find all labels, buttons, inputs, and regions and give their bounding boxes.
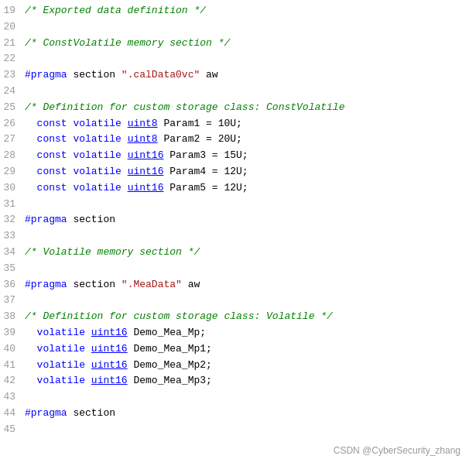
- line-number: 37: [0, 293, 25, 309]
- watermark: CSDN @CyberSecurity_zhang: [334, 444, 461, 458]
- line-number: 20: [0, 19, 25, 36]
- line-content: /* Definition for custom storage class: …: [25, 309, 470, 325]
- line-content: #pragma section ".calData0vc" aw: [25, 67, 470, 84]
- line-number: 45: [0, 422, 25, 438]
- line-content: #pragma section: [25, 406, 470, 422]
- code-line: 27 const volatile uint8 Param2 = 20U;: [0, 132, 476, 148]
- line-number: 35: [0, 261, 25, 277]
- code-line: 37: [0, 293, 476, 309]
- line-number: 38: [0, 309, 25, 325]
- line-number: 28: [0, 148, 25, 164]
- line-content: volatile uint16 Demo_Mea_Mp3;: [25, 373, 470, 389]
- code-line: 20: [0, 19, 476, 36]
- line-content: volatile uint16 Demo_Mea_Mp;: [25, 325, 470, 341]
- code-line: 44#pragma section: [0, 406, 476, 422]
- code-line: 39 volatile uint16 Demo_Mea_Mp;: [0, 325, 476, 341]
- line-content: const volatile uint8 Param2 = 20U;: [25, 132, 470, 148]
- line-number: 32: [0, 212, 25, 228]
- code-line: 28 const volatile uint16 Param3 = 15U;: [0, 148, 476, 164]
- line-number: 30: [0, 180, 25, 197]
- code-editor: 19/* Exported data definition */2021/* C…: [0, 0, 476, 466]
- code-line: 23#pragma section ".calData0vc" aw: [0, 67, 476, 84]
- code-line: 33: [0, 228, 476, 245]
- line-number: 21: [0, 36, 25, 52]
- line-number: 40: [0, 341, 25, 358]
- code-line: 22: [0, 51, 476, 67]
- code-line: 38/* Definition for custom storage class…: [0, 309, 476, 325]
- line-content: #pragma section: [25, 212, 470, 228]
- code-line: 45: [0, 422, 476, 438]
- code-line: 26 const volatile uint8 Param1 = 10U;: [0, 116, 476, 132]
- line-number: 26: [0, 116, 25, 132]
- code-line: 21/* ConstVolatile memory section */: [0, 36, 476, 52]
- line-content: /* Definition for custom storage class: …: [25, 100, 470, 116]
- line-number: 23: [0, 67, 25, 84]
- code-line: 25/* Definition for custom storage class…: [0, 100, 476, 116]
- line-number: 29: [0, 164, 25, 180]
- line-content: const volatile uint16 Param5 = 12U;: [25, 180, 470, 197]
- line-content: /* Volatile memory section */: [25, 245, 470, 261]
- code-line: 29 const volatile uint16 Param4 = 12U;: [0, 164, 476, 180]
- line-number: 42: [0, 373, 25, 389]
- code-line: 35: [0, 261, 476, 277]
- line-number: 24: [0, 84, 25, 100]
- code-line: 41 volatile uint16 Demo_Mea_Mp2;: [0, 358, 476, 374]
- line-number: 41: [0, 358, 25, 374]
- code-line: 19/* Exported data definition */: [0, 3, 476, 19]
- line-number: 33: [0, 228, 25, 245]
- line-content: #pragma section ".MeaData" aw: [25, 277, 470, 293]
- code-line: 42 volatile uint16 Demo_Mea_Mp3;: [0, 373, 476, 389]
- line-number: 25: [0, 100, 25, 116]
- line-content: volatile uint16 Demo_Mea_Mp2;: [25, 358, 470, 374]
- line-number: 22: [0, 51, 25, 67]
- line-content: const volatile uint8 Param1 = 10U;: [25, 116, 470, 132]
- code-line: 40 volatile uint16 Demo_Mea_Mp1;: [0, 341, 476, 358]
- line-content: const volatile uint16 Param4 = 12U;: [25, 164, 470, 180]
- line-number: 27: [0, 132, 25, 148]
- line-number: 34: [0, 245, 25, 261]
- code-line: 32#pragma section: [0, 212, 476, 228]
- code-line: 30 const volatile uint16 Param5 = 12U;: [0, 180, 476, 197]
- line-content: volatile uint16 Demo_Mea_Mp1;: [25, 341, 470, 358]
- line-content: /* ConstVolatile memory section */: [25, 36, 470, 52]
- code-line: 31: [0, 197, 476, 213]
- line-number: 39: [0, 325, 25, 341]
- line-number: 43: [0, 389, 25, 406]
- code-line: 36#pragma section ".MeaData" aw: [0, 277, 476, 293]
- code-line: 34/* Volatile memory section */: [0, 245, 476, 261]
- line-number: 31: [0, 197, 25, 213]
- line-content: const volatile uint16 Param3 = 15U;: [25, 148, 470, 164]
- line-number: 19: [0, 3, 25, 19]
- line-number: 44: [0, 406, 25, 422]
- code-line: 43: [0, 389, 476, 406]
- line-content: /* Exported data definition */: [25, 3, 470, 19]
- line-number: 36: [0, 277, 25, 293]
- code-line: 24: [0, 84, 476, 100]
